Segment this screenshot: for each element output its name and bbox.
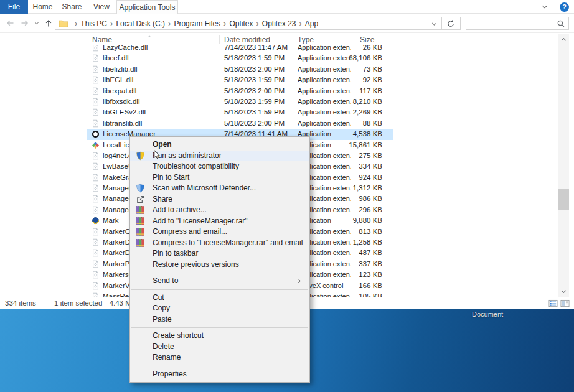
file-size: 296 KB bbox=[322, 205, 382, 215]
tab-application-tools[interactable]: Application Tools bbox=[116, 0, 178, 14]
dll-icon bbox=[92, 162, 100, 170]
dll-icon bbox=[92, 87, 100, 95]
table-row[interactable]: libEGL.dll 5/18/2023 1:59 PM Application… bbox=[87, 75, 393, 85]
ribbon-collapse-chevron-icon[interactable] bbox=[540, 2, 549, 11]
breadcrumb-item[interactable]: This PC bbox=[80, 19, 107, 28]
menu-item[interactable]: Share bbox=[130, 194, 309, 205]
tab-home[interactable]: Home bbox=[28, 0, 57, 14]
file-size: 275 KB bbox=[322, 151, 382, 161]
file-date-modified: 5/18/2023 1:59 PM bbox=[224, 75, 296, 85]
breadcrumb-item[interactable]: Optitex 23 bbox=[262, 19, 296, 28]
dll-icon bbox=[92, 152, 100, 160]
dll-icon bbox=[92, 174, 100, 182]
menu-item[interactable]: Cut bbox=[130, 292, 309, 304]
menu-item-label: Delete bbox=[153, 342, 174, 351]
menu-item[interactable]: Add to archive... bbox=[130, 205, 309, 216]
file-size: 986 KB bbox=[322, 194, 382, 204]
menu-item[interactable]: Send to bbox=[130, 276, 309, 287]
menu-item[interactable]: Properties bbox=[130, 369, 309, 380]
menu-item-label: Rename bbox=[153, 353, 181, 362]
file-name: libexpat.dll bbox=[103, 86, 218, 96]
breadcrumb-item[interactable]: Optitex bbox=[229, 19, 253, 28]
breadcrumb-separator-icon: › bbox=[256, 19, 258, 28]
menu-item[interactable]: Pin to Start bbox=[130, 172, 309, 184]
table-row[interactable]: libcef.dll 5/18/2023 1:59 PM Application… bbox=[87, 53, 393, 63]
breadcrumb-separator-icon: › bbox=[299, 19, 302, 28]
table-row[interactable]: libfbxsdk.dll 5/18/2023 1:59 PM Applicat… bbox=[87, 96, 393, 107]
tab-file[interactable]: File bbox=[0, 0, 28, 14]
vertical-scrollbar[interactable] bbox=[558, 34, 569, 297]
menu-item[interactable]: Create shortcut bbox=[130, 330, 309, 342]
column-header-size[interactable]: Size bbox=[360, 35, 374, 45]
menu-item[interactable]: Open bbox=[130, 139, 309, 151]
menu-item[interactable]: Rename bbox=[130, 352, 309, 363]
table-row[interactable]: libefizlib.dll 5/18/2023 2:00 PM Applica… bbox=[87, 64, 393, 75]
help-button[interactable]: ? bbox=[560, 2, 569, 12]
breadcrumb-item[interactable]: Local Disk (C:) bbox=[116, 19, 165, 28]
back-button[interactable] bbox=[5, 18, 15, 28]
dll-icon bbox=[92, 282, 100, 290]
column-divider[interactable] bbox=[393, 35, 393, 44]
large-icons-view-button[interactable] bbox=[560, 299, 570, 308]
menu-item[interactable]: Add to "LicenseManager.rar" bbox=[130, 216, 309, 227]
file-size: 8,210 KB bbox=[322, 96, 382, 107]
table-row[interactable]: libtranslib.dll 5/18/2023 2:00 PM Applic… bbox=[87, 118, 393, 129]
column-divider[interactable] bbox=[294, 35, 294, 44]
menu-item-label: Cut bbox=[153, 293, 164, 302]
menu-item-label: Open bbox=[153, 140, 172, 149]
address-dropdown-chevron-icon[interactable] bbox=[430, 20, 438, 28]
menu-item-label: Pin to taskbar bbox=[153, 249, 198, 258]
tab-share[interactable]: Share bbox=[57, 0, 87, 14]
file-size: 1,312 KB bbox=[322, 183, 382, 194]
recent-locations-chevron-icon[interactable] bbox=[33, 19, 40, 27]
file-size: 123 KB bbox=[322, 269, 382, 280]
menu-item-label: Pin to Start bbox=[153, 173, 189, 182]
breadcrumb-item[interactable]: App bbox=[305, 19, 318, 28]
file-name: libfbxsdk.dll bbox=[103, 96, 218, 107]
menu-item[interactable]: Scan with Microsoft Defender... bbox=[130, 183, 309, 194]
menu-item[interactable]: Troubleshoot compatibility bbox=[130, 161, 309, 172]
column-header-date-modified[interactable]: Date modified bbox=[224, 35, 270, 45]
scrollbar-thumb[interactable] bbox=[558, 189, 569, 210]
menu-item[interactable]: Delete bbox=[130, 342, 309, 353]
address-bar[interactable]: ›This PC›Local Disk (C:)›Program Files›O… bbox=[55, 17, 442, 30]
search-box[interactable] bbox=[466, 17, 569, 30]
up-button[interactable] bbox=[44, 18, 54, 28]
menu-item-label: Copy bbox=[153, 304, 170, 312]
details-view-button[interactable] bbox=[548, 299, 558, 308]
column-divider[interactable] bbox=[219, 35, 220, 44]
scroll-down-icon[interactable] bbox=[560, 287, 568, 296]
refresh-button[interactable] bbox=[442, 17, 461, 30]
file-date-modified: 5/18/2023 2:00 PM bbox=[224, 86, 296, 96]
tab-view[interactable]: View bbox=[87, 0, 116, 14]
column-divider[interactable] bbox=[354, 35, 354, 44]
column-header-type[interactable]: Type bbox=[298, 35, 314, 45]
column-header-name[interactable]: Name bbox=[92, 35, 112, 45]
dll-icon bbox=[92, 195, 100, 203]
file-size: 1,258 KB bbox=[322, 237, 382, 248]
file-size: 15,861 KB bbox=[322, 140, 382, 151]
menu-item[interactable]: Pin to taskbar bbox=[130, 248, 309, 259]
menu-item[interactable]: Copy bbox=[130, 303, 309, 314]
table-row[interactable]: libGLESv2.dll 5/18/2023 1:59 PM Applicat… bbox=[87, 107, 393, 118]
sort-ascending-icon bbox=[146, 34, 153, 40]
menu-item[interactable]: Restore previous versions bbox=[130, 259, 309, 271]
scroll-up-icon[interactable] bbox=[560, 35, 568, 44]
dll-icon bbox=[92, 271, 100, 279]
menu-item-label: Send to bbox=[153, 276, 178, 285]
license-app-icon bbox=[92, 130, 100, 138]
desktop-icon-label[interactable]: Document bbox=[472, 310, 503, 318]
table-row[interactable]: libexpat.dll 5/18/2023 2:00 PM Applicati… bbox=[87, 86, 393, 96]
menu-item[interactable]: Compress to "LicenseManager.rar" and ema… bbox=[130, 238, 309, 249]
mouse-cursor-icon bbox=[153, 149, 162, 161]
menu-item[interactable]: Paste bbox=[130, 314, 309, 325]
file-size: 88 KB bbox=[322, 118, 382, 129]
menu-item-label: Share bbox=[153, 195, 172, 203]
search-input[interactable] bbox=[469, 18, 553, 29]
dll-icon bbox=[92, 249, 100, 257]
forward-button[interactable] bbox=[20, 18, 30, 28]
breadcrumb-item[interactable]: Program Files bbox=[174, 19, 220, 28]
menu-item[interactable]: Compress and email... bbox=[130, 226, 309, 238]
local-license-icon bbox=[92, 141, 100, 149]
menu-item-label: Compress and email... bbox=[153, 227, 227, 236]
